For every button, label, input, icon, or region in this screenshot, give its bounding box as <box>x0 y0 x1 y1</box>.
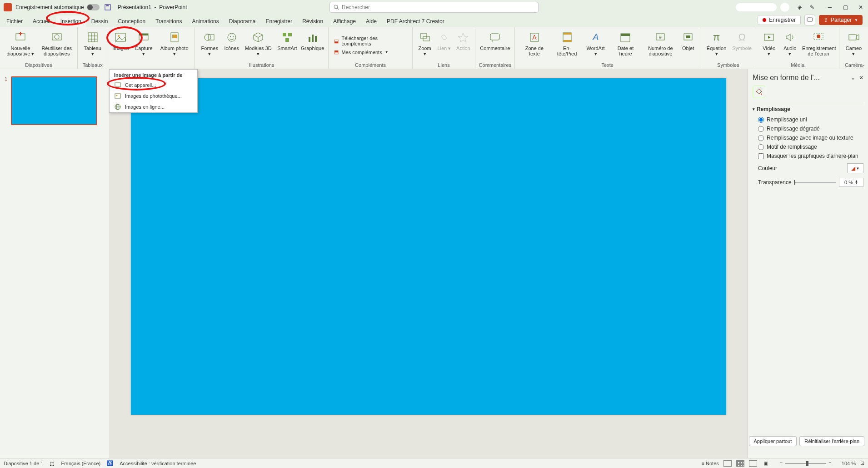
svg-rect-37 <box>490 34 499 40</box>
popup-online-images[interactable]: Images en ligne... <box>110 101 197 112</box>
fit-to-window-button[interactable]: ⊡ <box>860 460 864 466</box>
svg-line-3 <box>337 8 339 10</box>
tab-insertion[interactable]: Insertion <box>56 15 86 27</box>
hide-bg-checkbox[interactable]: Masquer les graphiques d'arrière-plan <box>753 151 863 161</box>
my-addins-button[interactable]: ⬒Mes compléments ▼ <box>331 48 409 56</box>
audio-icon <box>783 30 797 45</box>
tab-fichier[interactable]: Fichier <box>2 15 27 27</box>
apply-all-button[interactable]: Appliquer partout <box>749 436 797 446</box>
equation-button[interactable]: πÉquation ▾ <box>703 29 730 61</box>
new-slide-button[interactable]: Nouvelle diapositive ▾ <box>3 29 38 61</box>
images-button[interactable]: Images <box>111 29 130 61</box>
header-footer-button[interactable]: En-tête/Pied <box>552 29 582 61</box>
fill-section-header[interactable]: ▾Remplissage <box>753 106 863 112</box>
video-button[interactable]: Vidéo ▾ <box>759 29 779 61</box>
textbox-button[interactable]: AZone de texte <box>518 29 551 61</box>
zoom-button[interactable]: Zoom ▾ <box>415 29 434 61</box>
slide-canvas[interactable] <box>131 78 726 415</box>
3d-models-button[interactable]: Modèles 3D ▾ <box>242 29 275 61</box>
app-icon <box>4 3 12 11</box>
close-pane-button[interactable]: ✕ <box>859 75 863 81</box>
fill-image-radio[interactable]: Remplissage avec image ou texture <box>753 133 863 142</box>
color-picker-button[interactable]: ◢▼ <box>847 163 863 173</box>
tab-revision[interactable]: Révision <box>298 15 328 27</box>
wordart-button[interactable]: AWordArt ▾ <box>583 29 609 61</box>
object-label: Objet <box>682 45 694 51</box>
share-button[interactable]: ⇪ Partager ▼ <box>819 15 863 25</box>
zoom-knob[interactable] <box>806 461 808 466</box>
fill-gradient-radio[interactable]: Remplissage dégradé <box>753 124 863 133</box>
fill-tab-icon[interactable] <box>753 86 765 98</box>
tab-diaporama[interactable]: Diaporama <box>224 15 260 27</box>
language-selector[interactable]: Français (France) <box>61 461 100 466</box>
normal-view-button[interactable] <box>723 460 732 467</box>
notes-button[interactable]: ≡ Notes <box>702 461 719 466</box>
cameo-button[interactable]: Cameo ▾ <box>842 29 865 61</box>
close-button[interactable]: ✕ <box>857 4 864 11</box>
fill-pattern-radio[interactable]: Motif de remplissage <box>753 142 863 151</box>
comments-toggle[interactable] <box>804 15 815 25</box>
slide-thumbnails-panel[interactable]: 1 <box>0 69 109 458</box>
transparency-slider[interactable] <box>794 182 836 183</box>
get-addins-button[interactable]: ⬓Télécharger des compléments <box>331 35 409 47</box>
radio-image[interactable] <box>758 135 764 141</box>
shapes-button[interactable]: Formes ▾ <box>198 29 222 61</box>
reuse-slides-button[interactable]: Réutiliser des diapositives <box>39 29 75 61</box>
slideshow-view-button[interactable]: ▣ <box>762 460 770 467</box>
share-label: Partager <box>831 17 852 23</box>
photo-album-button[interactable]: Album photo ▾ <box>157 29 192 61</box>
table-button[interactable]: Tableau ▾ <box>80 29 105 61</box>
popup-this-device[interactable]: Cet appareil... <box>110 80 197 91</box>
autosave-toggle[interactable]: Enregistrement automatique <box>15 4 100 10</box>
radio-pattern[interactable] <box>758 144 764 150</box>
ribbon-collapse-button[interactable]: ⌄ <box>862 62 865 67</box>
icons-button[interactable]: Icônes <box>223 29 241 61</box>
svg-text:A: A <box>592 32 599 42</box>
toggle-switch[interactable] <box>87 4 100 10</box>
pen-icon[interactable]: ✎ <box>810 4 814 10</box>
thumbnail-row-1[interactable]: 1 <box>5 76 105 125</box>
slide-counter[interactable]: Diapositive 1 de 1 <box>4 461 43 466</box>
zoom-slider[interactable] <box>785 463 826 464</box>
slide-canvas-area[interactable] <box>109 69 748 458</box>
tab-animations[interactable]: Animations <box>187 15 223 27</box>
smartart-button[interactable]: SmartArt <box>276 29 299 61</box>
checkbox-hide-bg[interactable] <box>758 153 764 159</box>
slide-thumbnail-1[interactable] <box>11 76 97 125</box>
tab-aide[interactable]: Aide <box>361 15 381 27</box>
tab-enregistrer[interactable]: Enregistrer <box>261 15 297 27</box>
chevron-down-icon[interactable]: ⌄ <box>851 75 855 81</box>
maximize-button[interactable]: ▢ <box>842 4 849 11</box>
fill-solid-radio[interactable]: Remplissage uni <box>753 115 863 124</box>
reset-bg-button[interactable]: Réinitialiser l'arrière-plan <box>799 436 864 446</box>
object-button[interactable]: Objet <box>679 29 697 61</box>
tab-affichage[interactable]: Affichage <box>329 15 360 27</box>
screenshot-button[interactable]: Capture ▾ <box>131 29 156 61</box>
popup-stock-label: Images de photothèque... <box>125 93 182 99</box>
minimize-button[interactable]: ─ <box>826 4 833 11</box>
get-addins-label: Télécharger des compléments <box>341 35 406 46</box>
tab-accueil[interactable]: Accueil <box>28 15 55 27</box>
screen-recording-button[interactable]: Enregistrement de l'écran <box>801 29 836 61</box>
slide-number-button[interactable]: #Numéro de diapositive <box>643 29 678 61</box>
chart-button[interactable]: Graphique <box>299 29 326 61</box>
audio-button[interactable]: Audio ▾ <box>780 29 800 61</box>
record-button[interactable]: Enregistrer <box>758 15 801 25</box>
accessibility-status[interactable]: Accessibilité : vérification terminée <box>120 461 196 466</box>
date-time-button[interactable]: Date et heure <box>609 29 642 61</box>
sorter-view-button[interactable] <box>736 460 744 467</box>
tab-pdf[interactable]: PDF Architect 7 Creator <box>382 15 449 27</box>
search-input[interactable]: Rechercher <box>329 2 539 13</box>
popup-stock-images[interactable]: Images de photothèque... <box>110 91 197 101</box>
tab-transitions[interactable]: Transitions <box>151 15 186 27</box>
radio-gradient[interactable] <box>758 126 764 132</box>
reading-view-button[interactable] <box>749 460 757 467</box>
transparency-value[interactable]: 0 %▲▼ <box>839 178 863 187</box>
tab-conception[interactable]: Conception <box>113 15 150 27</box>
radio-solid[interactable] <box>758 117 764 123</box>
save-icon[interactable] <box>104 4 111 11</box>
tab-dessin[interactable]: Dessin <box>87 15 113 27</box>
comment-button[interactable]: Commentaire <box>478 29 512 61</box>
diamond-icon[interactable]: ◈ <box>798 4 802 10</box>
zoom-level[interactable]: 104 % <box>842 461 856 466</box>
